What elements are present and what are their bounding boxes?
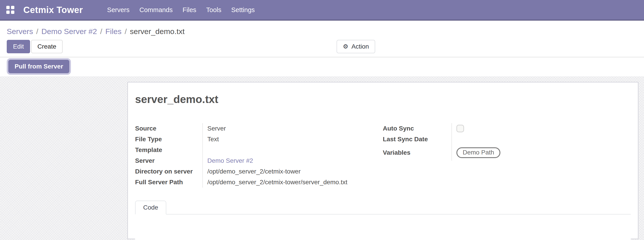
create-button[interactable]: Create — [31, 40, 62, 53]
field-value-source: Server — [202, 123, 373, 134]
gear-icon: ⚙ — [343, 44, 348, 50]
apps-grid-icon[interactable] — [6, 6, 14, 14]
breadcrumb-demo-server-2[interactable]: Demo Server #2 — [42, 26, 97, 36]
field-label-server: Server — [135, 157, 202, 164]
apps-grid-dot — [6, 10, 10, 14]
field-label-file-type: File Type — [135, 136, 202, 143]
field-label-auto-sync: Auto Sync — [383, 125, 452, 132]
top-navbar: Cetmix Tower ServersCommandsFilesToolsSe… — [0, 0, 644, 21]
field-row-variables: VariablesDemo Path — [383, 145, 631, 161]
breadcrumb: Servers/Demo Server #2/Files/server_demo… — [0, 21, 644, 36]
form-background: server_demo.txt SourceServerFile TypeTex… — [0, 76, 644, 240]
control-panel: Servers/Demo Server #2/Files/server_demo… — [0, 21, 644, 76]
field-row-last-sync-date: Last Sync Date — [383, 134, 631, 145]
field-value-server: Demo Server #2 — [202, 155, 373, 166]
field-label-source: Source — [135, 125, 202, 132]
variable-tag-demo-path[interactable]: Demo Path — [456, 147, 500, 158]
field-label-template: Template — [135, 146, 202, 154]
field-value-variables: Demo Path — [452, 145, 631, 161]
button-row: Edit Create ⚙ Action — [0, 40, 644, 53]
field-group-left: SourceServerFile TypeTextTemplateServerD… — [135, 123, 373, 188]
server-link[interactable]: Demo Server #2 — [207, 157, 253, 164]
field-value-template — [202, 145, 373, 155]
apps-grid-dot — [11, 6, 14, 9]
auto-sync-checkbox[interactable] — [456, 125, 464, 132]
breadcrumb-separator: / — [36, 26, 38, 36]
field-row-source: SourceServer — [135, 123, 373, 134]
field-label-variables: Variables — [383, 149, 452, 156]
breadcrumb-files[interactable]: Files — [106, 26, 122, 36]
field-row-template: Template — [135, 145, 373, 155]
action-button-label: Action — [352, 43, 369, 50]
field-group-right: Auto SyncLast Sync DateVariablesDemo Pat… — [383, 123, 631, 188]
nav-menu-servers[interactable]: Servers — [107, 6, 130, 14]
field-value-full-server-path: /opt/demo_server_2/cetmix-tower/server_d… — [202, 177, 373, 188]
field-label-full-server-path: Full Server Path — [135, 179, 202, 186]
brand-title[interactable]: Cetmix Tower — [23, 5, 83, 15]
nav-menu-files[interactable]: Files — [183, 6, 196, 14]
breadcrumb-servers[interactable]: Servers — [7, 26, 33, 36]
field-row-file-type: File TypeText — [135, 134, 373, 145]
nav-menu-tools[interactable]: Tools — [206, 6, 222, 14]
field-value-directory-on-server: /opt/demo_server_2/cetmix-tower — [202, 166, 373, 177]
field-row-directory-on-server: Directory on server/opt/demo_server_2/ce… — [135, 166, 373, 177]
apps-grid-dot — [6, 6, 10, 9]
nav-menu-settings[interactable]: Settings — [231, 6, 255, 14]
field-row-auto-sync: Auto Sync — [383, 123, 631, 134]
field-value-last-sync-date — [452, 134, 631, 145]
breadcrumb-separator: / — [124, 26, 126, 36]
nav-menu-commands[interactable]: Commands — [139, 6, 172, 14]
record-title: server_demo.txt — [135, 93, 631, 106]
edit-button[interactable]: Edit — [7, 40, 30, 53]
notebook: Code — [135, 200, 631, 240]
field-value-file-type: Text — [202, 134, 373, 145]
field-value-auto-sync — [452, 123, 631, 134]
apps-grid-dot — [11, 10, 14, 14]
tab-code[interactable]: Code — [135, 201, 166, 215]
form-sheet: server_demo.txt SourceServerFile TypeTex… — [128, 82, 638, 239]
pull-from-server-button[interactable]: Pull from Server — [8, 60, 69, 73]
tab-strip: Code — [135, 200, 631, 215]
status-bar: Pull from Server — [0, 57, 644, 76]
main-menu: ServersCommandsFilesToolsSettings — [107, 6, 255, 14]
action-button[interactable]: ⚙ Action — [336, 40, 375, 53]
field-row-server: ServerDemo Server #2 — [135, 155, 373, 166]
field-label-last-sync-date: Last Sync Date — [383, 136, 452, 143]
tab-content-code — [135, 215, 631, 240]
breadcrumb-separator: / — [100, 26, 102, 36]
breadcrumb-server-demo-txt: server_demo.txt — [130, 26, 185, 36]
field-label-directory-on-server: Directory on server — [135, 168, 202, 175]
field-columns: SourceServerFile TypeTextTemplateServerD… — [135, 123, 631, 188]
field-row-full-server-path: Full Server Path/opt/demo_server_2/cetmi… — [135, 177, 373, 188]
